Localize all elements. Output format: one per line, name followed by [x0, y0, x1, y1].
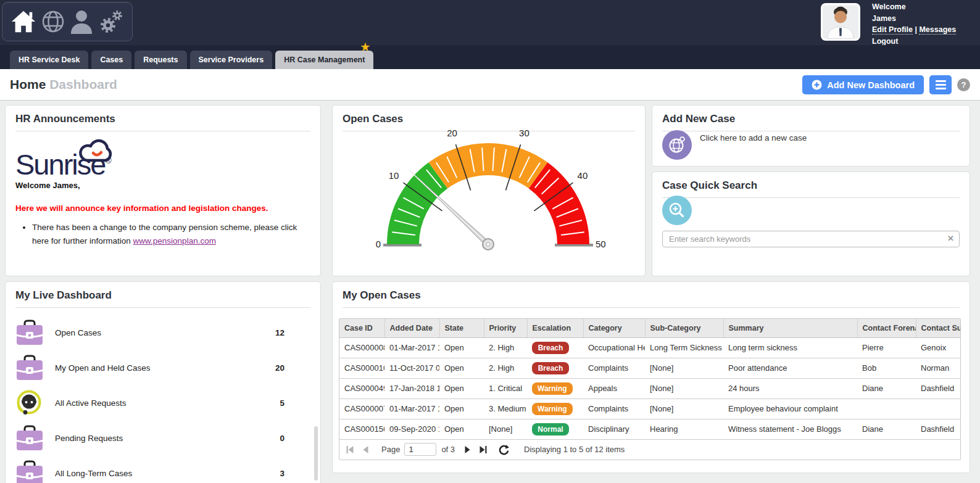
search-input[interactable] — [662, 231, 960, 247]
add-case-link[interactable]: Click here to add a new case — [700, 133, 807, 142]
table-cell: 24 hours — [723, 378, 857, 398]
tab-hr-case-management[interactable]: HR Case Management★ — [275, 51, 373, 69]
panel-title: My Open Cases — [343, 289, 960, 302]
table-cell: 2. High — [484, 337, 527, 358]
page-title-secondary: Dashboard — [49, 77, 117, 91]
list-item[interactable]: Open Cases12 — [15, 315, 284, 350]
tab-label: Requests — [143, 56, 178, 64]
panel-case-quick-search: Case Quick Search ✕ — [652, 171, 970, 276]
table-cell: 11-Oct-2017 09 — [384, 358, 439, 378]
column-header[interactable]: Priority — [484, 319, 527, 337]
svg-text:50: 50 — [596, 239, 606, 249]
user-menu: Welcome James Edit Profile | Messages Lo… — [872, 1, 956, 47]
table-cell: Diane — [857, 378, 916, 398]
welcome-text: Welcome — [872, 1, 956, 13]
dashboard-menu-button[interactable] — [929, 75, 952, 94]
panel-my-live-dashboard: My Live Dashboard Open Cases12My Open an… — [5, 281, 321, 483]
table-cell: Warning — [527, 398, 583, 419]
messages-link[interactable]: Messages — [919, 25, 956, 35]
cases-table: Case IDAdded DateStatePriorityEscalation… — [339, 318, 961, 460]
briefcase-icon — [15, 425, 45, 452]
sunrise-logo: Sunrise® — [15, 150, 164, 179]
column-header[interactable]: Sub-Category — [645, 319, 723, 337]
table-cell: Witness statement - Joe Bloggs — [723, 419, 857, 439]
table-cell: CAS000007 — [339, 398, 384, 419]
announcement-headline: Here we will announce key information an… — [15, 204, 310, 213]
table-row[interactable]: CAS00015609-Sep-2020 15Open[None]NormalD… — [339, 419, 961, 439]
list-item[interactable]: All Active Requests5 — [15, 386, 284, 421]
column-header[interactable]: Case ID — [339, 319, 384, 337]
search-plus-icon[interactable] — [662, 196, 692, 225]
page-number-input[interactable] — [404, 443, 436, 456]
globe-icon[interactable] — [41, 9, 65, 34]
panel-title: My Live Dashboard — [15, 289, 310, 302]
panel-scrollbar[interactable] — [314, 426, 318, 481]
list-item[interactable]: Pending Requests0 — [15, 421, 284, 456]
column-header[interactable]: Escalation — [527, 319, 583, 337]
table-cell: Breach — [527, 337, 583, 358]
live-item-count: 0 — [268, 434, 284, 443]
briefcase-icon — [15, 320, 45, 347]
prev-page-icon[interactable] — [361, 445, 370, 454]
table-cell: Open — [439, 358, 484, 378]
first-page-icon[interactable] — [346, 445, 354, 454]
tab-cases[interactable]: Cases — [91, 51, 131, 69]
table-cell — [916, 398, 961, 419]
title-bar: Home Dashboard Add New Dashboard ? — [0, 69, 980, 101]
user-icon[interactable] — [69, 9, 94, 34]
column-header[interactable]: Added Date — [384, 319, 439, 337]
settings-gears-icon[interactable] — [98, 9, 124, 35]
live-item-label: All Long-Term Cases — [55, 469, 268, 478]
column-header[interactable]: Summary — [723, 319, 857, 337]
table-cell: 01-Mar-2017 16 — [384, 398, 439, 419]
live-item-count: 5 — [268, 398, 284, 408]
avatar[interactable] — [821, 3, 860, 41]
top-navbar: Welcome James Edit Profile | Messages Lo… — [0, 0, 980, 45]
home-icon[interactable] — [10, 9, 36, 34]
table-row[interactable]: CAS00000801-Mar-2017 16Open2. HighBreach… — [339, 337, 961, 358]
live-item-count: 20 — [268, 363, 284, 373]
list-item[interactable]: My Open and Held Cases20 — [15, 350, 284, 386]
tab-label: Cases — [100, 56, 123, 64]
table-cell: Bob — [857, 358, 916, 378]
add-new-dashboard-button[interactable]: Add New Dashboard — [802, 75, 924, 94]
tab-service-providers[interactable]: Service Providers — [190, 51, 273, 69]
table-row[interactable]: CAS00001011-Oct-2017 09Open2. HighBreach… — [339, 358, 961, 378]
svg-text:20: 20 — [447, 128, 457, 138]
pensionplan-link[interactable]: www.pensionplan.com — [133, 236, 216, 246]
clear-search-icon[interactable]: ✕ — [947, 234, 954, 243]
favorite-star-icon: ★ — [360, 42, 370, 52]
live-item-label: Pending Requests — [55, 434, 268, 443]
table-row[interactable]: CAS00004917-Jan-2018 16Open1. CriticalWa… — [339, 378, 961, 398]
panel-title: HR Announcements — [15, 113, 310, 125]
tab-hr-service-desk[interactable]: HR Service Desk — [10, 51, 88, 69]
panel-hr-announcements: HR Announcements Sunrise® Welcome James,… — [5, 105, 321, 276]
column-header[interactable]: Contact Surname — [916, 319, 961, 337]
table-cell: Dashfield — [916, 419, 961, 439]
table-row[interactable]: CAS00000701-Mar-2017 16Open3. MediumWarn… — [339, 398, 961, 419]
panel-title: Open Cases — [343, 113, 635, 125]
refresh-icon[interactable] — [498, 444, 509, 455]
column-header[interactable]: Category — [583, 319, 645, 337]
list-item[interactable]: All Long-Term Cases3 — [15, 456, 284, 483]
column-header[interactable]: State — [439, 319, 484, 337]
add-case-globe-icon[interactable] — [662, 130, 692, 160]
table-cell: Poor attendance — [723, 358, 857, 378]
tab-requests[interactable]: Requests — [135, 51, 186, 69]
table-cell: CAS000156 — [339, 419, 384, 439]
last-page-icon[interactable] — [479, 445, 488, 454]
table-cell — [857, 398, 916, 419]
welcome-message: Welcome James, — [15, 181, 310, 190]
table-cell: 09-Sep-2020 15 — [384, 419, 439, 439]
next-page-icon[interactable] — [463, 445, 472, 454]
table-cell: Norman — [916, 358, 961, 378]
table-cell: Open — [439, 378, 484, 398]
table-cell: Warning — [527, 378, 583, 398]
table-cell: Genoix — [916, 337, 961, 358]
column-header[interactable]: Contact Forename — [857, 319, 916, 337]
edit-profile-link[interactable]: Edit Profile — [872, 25, 913, 35]
tab-label: HR Service Desk — [19, 56, 80, 64]
help-icon[interactable]: ? — [957, 78, 970, 91]
table-cell: Open — [439, 337, 484, 358]
announcement-item: There has been a change to the company p… — [32, 221, 305, 249]
